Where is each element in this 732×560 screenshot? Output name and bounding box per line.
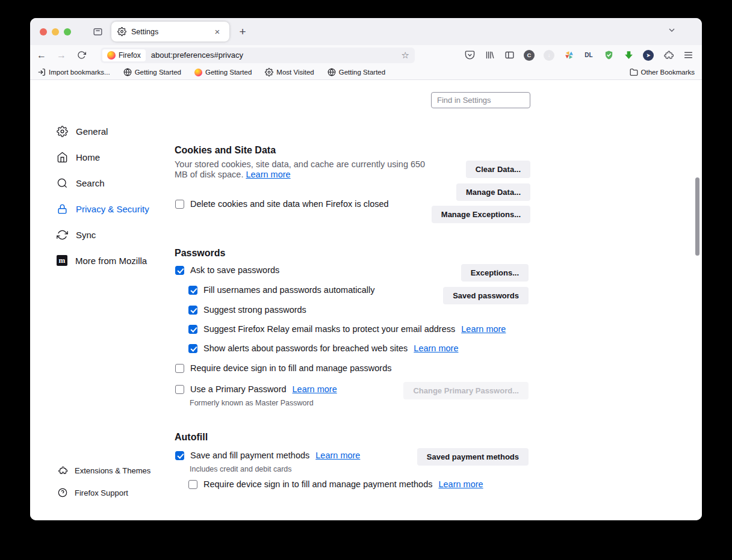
reload-button[interactable] bbox=[73, 48, 90, 63]
breach-learn-more-link[interactable]: Learn more bbox=[414, 343, 458, 353]
bookmark-getting-started-1[interactable]: Getting Started bbox=[123, 68, 181, 76]
suggest-strong-checkbox[interactable] bbox=[188, 306, 197, 315]
payment-learn-more-link[interactable]: Learn more bbox=[315, 451, 360, 460]
require-signin-passwords-row[interactable]: Require device sign in to fill and manag… bbox=[175, 363, 392, 373]
extensions-puzzle-icon[interactable] bbox=[663, 50, 674, 61]
firefox-icon bbox=[194, 69, 202, 76]
relay-learn-more-link[interactable]: Learn more bbox=[461, 324, 506, 334]
passwords-section-title: Passwords bbox=[175, 248, 225, 259]
settings-page: General Home Search Privacy & Security S… bbox=[30, 80, 702, 520]
list-all-tabs-chevron-icon[interactable] bbox=[667, 25, 677, 37]
mozilla-icon: m bbox=[57, 255, 67, 266]
back-button[interactable]: ← bbox=[33, 48, 50, 63]
sidebar-toggle-icon[interactable] bbox=[504, 50, 515, 61]
identity-label: Firefox bbox=[119, 51, 141, 60]
other-bookmarks[interactable]: Other Bookmarks bbox=[630, 68, 695, 76]
sidebar-item-extensions-themes[interactable]: Extensions & Themes bbox=[58, 463, 150, 478]
extension-c-icon[interactable]: C bbox=[524, 50, 535, 61]
saved-passwords-button[interactable]: Saved passwords bbox=[443, 287, 529, 304]
primary-password-row[interactable]: Use a Primary Password Learn more bbox=[175, 384, 337, 394]
zoom-window-button[interactable] bbox=[64, 28, 71, 35]
change-primary-password-button[interactable]: Change Primary Password... bbox=[403, 382, 529, 399]
bookmark-most-visited[interactable]: Most Visited bbox=[265, 68, 314, 76]
forward-button[interactable]: → bbox=[53, 48, 70, 63]
fill-usernames-checkbox[interactable] bbox=[188, 286, 197, 295]
bookmark-star-icon[interactable]: ☆ bbox=[402, 50, 409, 61]
globe-icon bbox=[123, 68, 132, 76]
site-identity-chip[interactable]: Firefox bbox=[102, 49, 146, 61]
gear-icon bbox=[117, 27, 126, 36]
library-icon[interactable] bbox=[484, 50, 495, 61]
sidebar-item-general[interactable]: General bbox=[57, 124, 149, 138]
bookmark-getting-started-3[interactable]: Getting Started bbox=[327, 68, 385, 76]
require-signin-payment-row[interactable]: Require device sign in to fill and manag… bbox=[188, 479, 483, 489]
sidebar-item-home[interactable]: Home bbox=[57, 150, 149, 164]
ask-save-passwords-row[interactable]: Ask to save passwords bbox=[175, 265, 279, 275]
payment-note: Includes credit and debit cards bbox=[190, 465, 292, 473]
cookies-description: Your stored cookies, site data, and cach… bbox=[175, 159, 435, 180]
sidebar-item-privacy-security[interactable]: Privacy & Security bbox=[57, 202, 149, 216]
puzzle-icon bbox=[58, 466, 67, 475]
minimize-window-button[interactable] bbox=[52, 28, 59, 35]
extension-green-arrow-icon[interactable] bbox=[623, 50, 634, 61]
require-signin-passwords-checkbox[interactable] bbox=[175, 364, 184, 373]
tab-title: Settings bbox=[131, 28, 211, 36]
suggest-relay-checkbox[interactable] bbox=[188, 325, 197, 334]
sync-icon bbox=[57, 229, 68, 241]
save-payment-row[interactable]: Save and fill payment methods Learn more bbox=[175, 451, 360, 460]
primary-password-checkbox[interactable] bbox=[175, 385, 184, 394]
sidebar-footer: Extensions & Themes Firefox Support bbox=[58, 463, 150, 508]
pocket-icon[interactable] bbox=[464, 50, 475, 61]
extension-pinwheel-icon[interactable] bbox=[563, 50, 574, 61]
bookmark-import[interactable]: Import bookmarks... bbox=[37, 68, 110, 76]
suggest-strong-row[interactable]: Suggest strong passwords bbox=[188, 305, 306, 315]
fill-usernames-row[interactable]: Fill usernames and passwords automatical… bbox=[188, 285, 375, 295]
window-controls bbox=[40, 28, 71, 35]
adguard-shield-icon[interactable] bbox=[603, 50, 614, 61]
tab-bar: Settings × + bbox=[30, 18, 702, 45]
breach-alerts-row[interactable]: Show alerts about passwords for breached… bbox=[188, 343, 458, 353]
download-manager-icon[interactable]: ↓ bbox=[544, 50, 554, 61]
question-circle-icon bbox=[58, 488, 67, 497]
ask-save-passwords-checkbox[interactable] bbox=[175, 266, 184, 275]
lock-icon bbox=[57, 203, 68, 215]
sidebar-item-sync[interactable]: Sync bbox=[57, 227, 149, 242]
new-tab-button[interactable]: + bbox=[235, 24, 250, 40]
url-text[interactable]: about:preferences#privacy bbox=[151, 51, 402, 60]
payment-signin-learn-more-link[interactable]: Learn more bbox=[438, 479, 483, 489]
delete-cookies-checkbox[interactable] bbox=[175, 200, 184, 209]
suggest-relay-row[interactable]: Suggest Firefox Relay email masks to pro… bbox=[188, 324, 506, 334]
toolbar-extension-icons: C ↓ DL ➤ bbox=[464, 50, 693, 61]
bookmarks-toolbar: Import bookmarks... Getting Started Gett… bbox=[30, 65, 702, 80]
sidebar-item-search[interactable]: Search bbox=[57, 176, 149, 190]
sidebar-item-firefox-support[interactable]: Firefox Support bbox=[58, 485, 150, 500]
extension-cursor-icon[interactable]: ➤ bbox=[643, 50, 654, 61]
menu-icon[interactable] bbox=[683, 50, 693, 61]
manage-exceptions-button[interactable]: Manage Exceptions... bbox=[432, 206, 530, 223]
bookmark-getting-started-2[interactable]: Getting Started bbox=[194, 69, 252, 76]
saved-payment-methods-button[interactable]: Saved payment methods bbox=[417, 448, 529, 466]
breach-alerts-checkbox[interactable] bbox=[188, 344, 197, 353]
tab-settings[interactable]: Settings × bbox=[111, 22, 229, 42]
clear-data-button[interactable]: Clear Data... bbox=[466, 161, 530, 178]
primary-password-note: Formerly known as Master Password bbox=[190, 399, 314, 407]
firefox-view-icon[interactable] bbox=[92, 26, 104, 37]
search-icon bbox=[57, 177, 68, 189]
cookies-section-title: Cookies and Site Data bbox=[175, 145, 276, 156]
home-icon bbox=[57, 152, 68, 163]
manage-data-button[interactable]: Manage Data... bbox=[456, 183, 530, 201]
url-bar[interactable]: Firefox about:preferences#privacy ☆ bbox=[101, 48, 415, 63]
tab-close-icon[interactable]: × bbox=[211, 26, 223, 38]
primary-password-learn-more-link[interactable]: Learn more bbox=[293, 384, 337, 394]
folder-icon bbox=[630, 68, 638, 76]
exceptions-button[interactable]: Exceptions... bbox=[461, 264, 529, 282]
require-signin-payment-checkbox[interactable] bbox=[188, 480, 197, 489]
delete-cookies-row[interactable]: Delete cookies and site data when Firefo… bbox=[175, 199, 389, 209]
sidebar-item-more-from-mozilla[interactable]: m More from Mozilla bbox=[57, 253, 149, 268]
cookies-learn-more-link[interactable]: Learn more bbox=[246, 170, 290, 179]
scrollbar-thumb[interactable] bbox=[695, 177, 699, 256]
save-payment-checkbox[interactable] bbox=[175, 451, 184, 460]
search-input[interactable] bbox=[431, 92, 530, 108]
close-window-button[interactable] bbox=[40, 28, 47, 35]
extension-dl-icon[interactable]: DL bbox=[583, 50, 594, 61]
